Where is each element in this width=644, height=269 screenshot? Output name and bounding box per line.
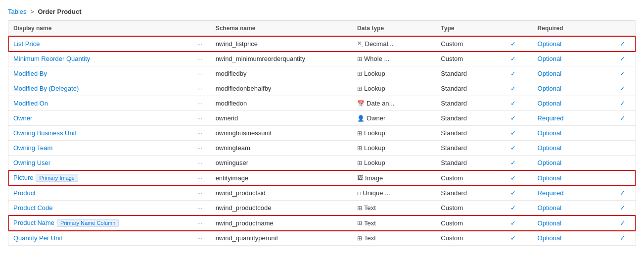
cell-managed: Standard (436, 126, 494, 141)
row-options-dots[interactable]: ··· (196, 40, 203, 48)
row-options-dots[interactable]: ··· (196, 159, 203, 166)
cell-dots[interactable]: ··· (189, 170, 211, 186)
type-icon: ⊞ (357, 55, 362, 62)
searchable-check: ✓ (510, 189, 516, 197)
header-dots (189, 21, 211, 36)
row-options-dots[interactable]: ··· (196, 204, 203, 212)
cell-dots[interactable]: ··· (189, 126, 211, 141)
cell-display-name: Owning User (8, 156, 189, 170)
display-name-link[interactable]: Owner (13, 114, 32, 122)
cell-dots[interactable]: ··· (189, 36, 211, 52)
table-header: Display name Schema name Data type Type … (8, 21, 636, 36)
cell-dots[interactable]: ··· (189, 186, 211, 201)
cell-display-name: Product Code (8, 201, 189, 215)
header-schema-name[interactable]: Schema name (211, 21, 352, 36)
searchable-check: ✓ (510, 129, 516, 137)
display-name-link[interactable]: Owning User (13, 159, 50, 166)
cell-schema-name: nwind_productcode (211, 201, 352, 215)
breadcrumb-tables-link[interactable]: Tables (8, 8, 27, 15)
header-check (610, 21, 636, 36)
cell-display-name: Product (8, 186, 189, 201)
cell-check: ✓ (610, 52, 636, 66)
cell-managed: Custom (436, 215, 494, 231)
cell-requirement: Optional (533, 156, 610, 170)
cell-display-name: PicturePrimary Image (8, 170, 189, 186)
table-row: List Price ··· nwind_listprice ✕. Decima… (8, 36, 636, 52)
cell-check (610, 126, 636, 141)
data-type-text: Date an... (367, 100, 394, 107)
row-options-dots[interactable]: ··· (196, 55, 203, 62)
type-icon: 👤 (357, 115, 365, 122)
type-icon: ✕. (357, 40, 363, 48)
row-options-dots[interactable]: ··· (196, 114, 203, 122)
header-managed[interactable]: Type (436, 21, 494, 36)
row-options-dots[interactable]: ··· (196, 174, 203, 182)
row-options-dots[interactable]: ··· (196, 85, 203, 92)
requirement-text: Optional (538, 234, 561, 242)
display-name-link[interactable]: Picture (13, 174, 33, 181)
data-type-text: Lookup (364, 85, 385, 92)
cell-requirement: Optional (533, 36, 610, 52)
cell-dots[interactable]: ··· (189, 81, 211, 96)
row-options-dots[interactable]: ··· (196, 144, 203, 152)
searchable-check: ✓ (510, 219, 516, 227)
table-row: PicturePrimary Image ··· entityimage 🖼 I… (8, 170, 636, 186)
row-check: ✓ (620, 40, 625, 48)
display-name-link[interactable]: Quantity Per Unit (13, 234, 62, 242)
cell-managed: Custom (436, 170, 494, 186)
cell-dots[interactable]: ··· (189, 52, 211, 66)
data-type-text: Unique ... (363, 189, 390, 197)
cell-requirement: Optional (533, 231, 610, 246)
cell-dots[interactable]: ··· (189, 215, 211, 231)
cell-managed: Standard (436, 156, 494, 170)
header-display-name[interactable]: Display name (8, 21, 189, 36)
searchable-check: ✓ (510, 55, 516, 62)
cell-schema-name: entityimage (211, 170, 352, 186)
cell-managed: Standard (436, 111, 494, 126)
display-name-link[interactable]: Modified By (Delegate) (13, 85, 79, 92)
display-name-link[interactable]: Minimum Reorder Quantity (13, 55, 90, 62)
display-name-link[interactable]: Modified By (13, 70, 47, 77)
row-options-dots[interactable]: ··· (196, 129, 203, 137)
display-name-link[interactable]: Product Name (13, 219, 54, 226)
header-data-type[interactable]: Data type (352, 21, 436, 36)
row-options-dots[interactable]: ··· (196, 70, 203, 77)
cell-dots[interactable]: ··· (189, 201, 211, 215)
cell-schema-name: nwind_minimumreorderquantity (211, 52, 352, 66)
row-options-dots[interactable]: ··· (196, 189, 203, 197)
cell-searchable: ✓ (494, 81, 533, 96)
cell-searchable: ✓ (494, 170, 533, 186)
display-name-link[interactable]: Product (13, 189, 36, 197)
cell-data-type: 📅 Date an... (352, 96, 436, 111)
cell-dots[interactable]: ··· (189, 111, 211, 126)
display-name-link[interactable]: Product Code (13, 204, 53, 212)
cell-requirement: Required (533, 186, 610, 201)
row-check: ✓ (620, 55, 625, 62)
display-name-link[interactable]: Modified On (13, 100, 48, 107)
cell-requirement: Optional (533, 96, 610, 111)
cell-dots[interactable]: ··· (189, 96, 211, 111)
cell-check (610, 156, 636, 170)
display-name-link[interactable]: Owning Business Unit (13, 129, 76, 137)
cell-dots[interactable]: ··· (189, 156, 211, 170)
cell-searchable: ✓ (494, 215, 533, 231)
requirement-text: Optional (538, 40, 561, 48)
cell-dots[interactable]: ··· (189, 141, 211, 156)
cell-dots[interactable]: ··· (189, 231, 211, 246)
searchable-check: ✓ (510, 144, 516, 152)
cell-schema-name: owningteam (211, 141, 352, 156)
table-row: Owning Team ··· owningteam ⊞ Lookup Stan… (8, 141, 636, 156)
data-type-text: Text (364, 204, 376, 212)
cell-dots[interactable]: ··· (189, 66, 211, 81)
display-name-link[interactable]: Owning Team (13, 144, 52, 152)
cell-display-name: Owning Business Unit (8, 126, 189, 141)
display-name-link[interactable]: List Price (13, 40, 40, 48)
row-options-dots[interactable]: ··· (196, 234, 203, 242)
cell-data-type: ⊞ Text (352, 215, 436, 231)
header-requirement[interactable]: Required (533, 21, 610, 36)
row-options-dots[interactable]: ··· (196, 100, 203, 107)
requirement-text: Optional (538, 204, 561, 212)
cell-data-type: ⊞ Lookup (352, 81, 436, 96)
row-options-dots[interactable]: ··· (196, 219, 203, 227)
cell-data-type: ⊞ Lookup (352, 126, 436, 141)
